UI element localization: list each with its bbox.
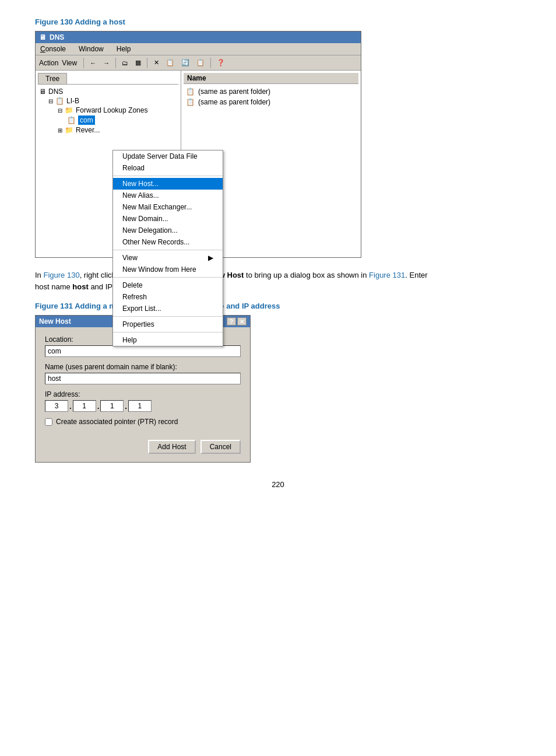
name-panel-header: Name [184, 73, 358, 84]
ip-octet-3[interactable] [100, 400, 124, 412]
ptr-label: Create associated pointer (PTR) record [56, 418, 178, 426]
figure-130-link[interactable]: Figure 130 [43, 271, 79, 279]
expand-icon-flz: ⊟ [58, 107, 62, 114]
ip-label: IP address: [45, 390, 241, 398]
ctx-new-host[interactable]: New Host... [113, 178, 223, 190]
toolbar-label-view: View [62, 59, 77, 67]
ctx-update-server[interactable]: Update Server Data File [113, 150, 223, 162]
cancel-button[interactable]: Cancel [200, 440, 241, 454]
ctx-view-label: View [122, 254, 138, 262]
menu-console[interactable]: Console [38, 44, 68, 54]
ctx-new-mail[interactable]: New Mail Exchanger... [113, 201, 223, 213]
ip-octet-1[interactable] [45, 400, 68, 412]
menu-help[interactable]: Help [114, 44, 133, 54]
ptr-checkbox[interactable] [45, 418, 52, 426]
toolbar-forward-btn[interactable]: → [100, 58, 112, 68]
dns-titlebar: 🖥 DNS [36, 32, 361, 43]
ip-group: IP address: . . . [45, 390, 241, 412]
figure-131-link-num[interactable]: 131 [393, 271, 406, 279]
ip-octet-4[interactable] [128, 400, 152, 412]
dns-tree-panel: Tree 🖥 DNS ⊟ 📋 LI-B ⊟ 📁 Forward [36, 71, 181, 257]
toolbar-copy-btn[interactable]: 📋 [163, 57, 177, 68]
name-input[interactable] [45, 373, 241, 384]
ctx-other-new-records[interactable]: Other New Records... [113, 236, 223, 248]
tree-tab[interactable]: Tree [38, 73, 67, 84]
ctx-refresh[interactable]: Refresh [113, 291, 223, 303]
ctx-sep-5 [113, 332, 223, 332]
page-number: 220 [35, 480, 521, 489]
ctx-export-list[interactable]: Export List... [113, 303, 223, 314]
name-icon-1: 📋 [186, 88, 195, 96]
expand-icon-lib: ⊟ [48, 98, 53, 104]
tree-tab-row: Tree [38, 73, 178, 85]
ctx-new-window[interactable]: New Window from Here [113, 264, 223, 275]
ctx-new-alias[interactable]: New Alias... [113, 190, 223, 201]
ctx-properties[interactable]: Properties [113, 318, 223, 330]
context-menu: Update Server Data File Reload New Host.… [112, 150, 223, 346]
dns-menubar: Console Window Help [36, 43, 361, 55]
ctx-sep-1 [113, 176, 223, 176]
toolbar-separator-3 [147, 58, 147, 68]
add-host-button[interactable]: Add Host [148, 440, 195, 454]
ctx-sep-3 [113, 277, 223, 278]
body-part4: to bring up a dialog box as shown in [244, 271, 369, 279]
ctx-view-arrow: ▶ [208, 254, 213, 262]
dns-window-title: DNS [50, 33, 64, 41]
flz-label: Forward Lookup Zones [76, 106, 147, 114]
name-item-2: 📋 (same as parent folder) [184, 97, 358, 107]
folder-flz-icon: 📁 [65, 106, 73, 114]
ip-dot-2: . [97, 402, 100, 411]
ip-octet-2[interactable] [73, 400, 96, 412]
toolbar-label-action: Action [39, 59, 58, 67]
toolbar-separator-1 [83, 58, 84, 68]
ctx-delete[interactable]: Delete [113, 279, 223, 291]
toolbar-separator-4 [210, 58, 211, 68]
ctx-new-domain[interactable]: New Domain... [113, 213, 223, 225]
rev-label: Rever... [76, 126, 100, 134]
body-part1: In [35, 271, 43, 279]
toolbar-help-btn[interactable]: ❓ [214, 57, 228, 68]
host-bold: host [72, 282, 88, 291]
lib-label: LI-B [66, 97, 79, 105]
com-icon: 📋 [67, 116, 76, 124]
ctx-sep-2 [113, 250, 223, 250]
dns-root-label: DNS [48, 88, 63, 96]
dns-toolbar: Action View ← → 🗂 ▦ ✕ 📋 🔄 📋 ❓ [36, 55, 361, 71]
ctx-help[interactable]: Help [113, 334, 223, 346]
ctx-view[interactable]: View ▶ [113, 252, 223, 264]
dialog-footer: Add Host Cancel [36, 434, 250, 462]
toolbar-delete-btn[interactable]: ✕ [150, 57, 162, 68]
ctx-new-delegation[interactable]: New Delegation... [113, 225, 223, 236]
dns-title-icon: 🖥 [39, 33, 46, 41]
tree-reverse[interactable]: ⊞ 📁 Rever... [57, 125, 178, 135]
toolbar-back-btn[interactable]: ← [87, 58, 99, 68]
dns-root-icon: 🖥 [39, 88, 46, 96]
name-label: Name (uses parent domain name if blank): [45, 363, 241, 371]
menu-window[interactable]: Window [76, 44, 106, 54]
toolbar-separator-2 [115, 58, 116, 68]
dialog-title-buttons: ? ✕ [227, 317, 247, 326]
ctx-sep-4 [113, 316, 223, 317]
dialog-help-btn[interactable]: ? [227, 317, 236, 326]
name-icon-2: 📋 [186, 98, 195, 106]
dialog-close-btn[interactable]: ✕ [237, 317, 247, 326]
toolbar-refresh-btn[interactable]: 🔄 [178, 57, 192, 68]
ip-row: . . . [45, 400, 241, 412]
lib-icon: 📋 [55, 97, 64, 105]
ip-dot-1: . [69, 402, 72, 411]
dns-window: 🖥 DNS Console Window Help Action View ← … [35, 31, 361, 258]
tree-com[interactable]: 📋 com Update Server Data File Reload New… [66, 115, 178, 125]
tree-forward-lookup[interactable]: ⊟ 📁 Forward Lookup Zones [57, 106, 178, 115]
name-text-2: (same as parent folder) [198, 98, 270, 106]
toolbar-export-btn[interactable]: 📋 [193, 57, 207, 68]
tree-root-dns[interactable]: 🖥 DNS [38, 87, 178, 96]
toolbar-up-btn[interactable]: 🗂 [119, 58, 131, 68]
toolbar-grid-btn[interactable]: ▦ [132, 57, 144, 68]
dns-content: Tree 🖥 DNS ⊟ 📋 LI-B ⊟ 📁 Forward [36, 71, 361, 257]
tree-li-b[interactable]: ⊟ 📋 LI-B [47, 96, 178, 106]
com-label: com [78, 116, 95, 125]
figure-131-link[interactable]: Figure [369, 271, 390, 279]
name-group: Name (uses parent domain name if blank): [45, 363, 241, 384]
location-input[interactable] [45, 345, 241, 357]
ctx-reload[interactable]: Reload [113, 162, 223, 174]
